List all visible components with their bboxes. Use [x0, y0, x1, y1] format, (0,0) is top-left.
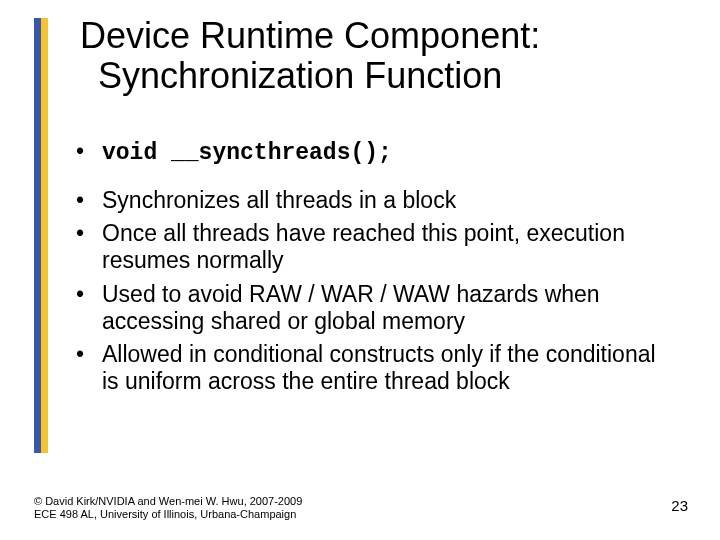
list-gap: [70, 173, 668, 187]
bullet-text: Synchronizes all threads in a block: [102, 187, 456, 213]
slide-body: void __syncthreads(); Synchronizes all t…: [70, 138, 668, 401]
accent-bar-yellow: [41, 18, 48, 453]
bullet-item: Synchronizes all threads in a block: [70, 187, 668, 214]
accent-stripe: [34, 18, 48, 453]
copyright-footer: © David Kirk/NVIDIA and Wen-mei W. Hwu, …: [34, 495, 302, 523]
bullet-text: Once all threads have reached this point…: [102, 220, 625, 273]
page-number: 23: [671, 497, 688, 514]
slide: Device Runtime Component: Synchronizatio…: [0, 0, 720, 540]
bullet-text: Allowed in conditional constructs only i…: [102, 341, 656, 394]
bullet-text: Used to avoid RAW / WAR / WAW hazards wh…: [102, 281, 600, 334]
footer-line-1: © David Kirk/NVIDIA and Wen-mei W. Hwu, …: [34, 495, 302, 507]
bullet-item: Once all threads have reached this point…: [70, 220, 668, 274]
title-line-1: Device Runtime Component:: [80, 15, 540, 56]
bullet-list-2: Synchronizes all threads in a block Once…: [70, 187, 668, 395]
bullet-item: Used to avoid RAW / WAR / WAW hazards wh…: [70, 281, 668, 335]
title-line-2: Synchronization Function: [80, 56, 502, 96]
slide-title: Device Runtime Component: Synchronizatio…: [60, 16, 690, 97]
code-text: void __syncthreads();: [102, 140, 392, 166]
footer-line-2: ECE 498 AL, University of Illinois, Urba…: [34, 508, 296, 520]
bullet-list: void __syncthreads();: [70, 138, 668, 167]
bullet-item-code: void __syncthreads();: [70, 138, 668, 167]
bullet-item: Allowed in conditional constructs only i…: [70, 341, 668, 395]
accent-bar-blue: [34, 18, 41, 453]
